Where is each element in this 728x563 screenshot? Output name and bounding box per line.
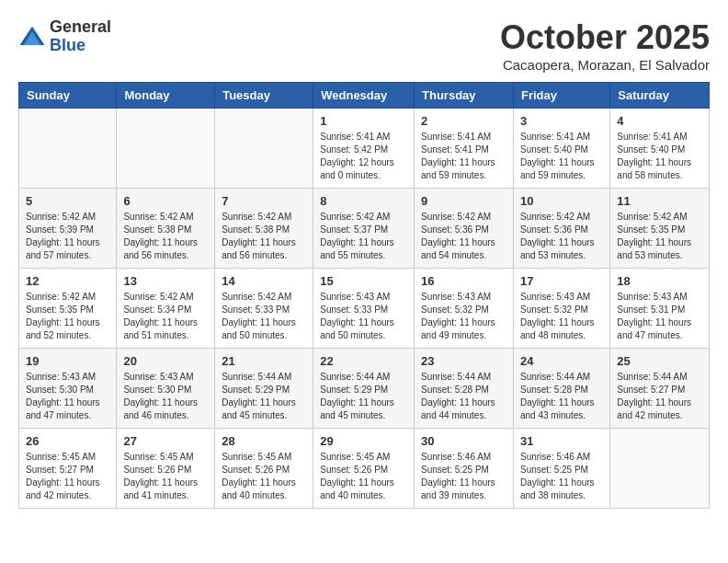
day-cell: 27Sunrise: 5:45 AM Sunset: 5:26 PM Dayli… bbox=[117, 429, 215, 509]
day-number: 3 bbox=[520, 114, 603, 128]
day-info: Sunrise: 5:45 AM Sunset: 5:26 PM Dayligh… bbox=[123, 451, 208, 502]
day-info: Sunrise: 5:42 AM Sunset: 5:39 PM Dayligh… bbox=[26, 211, 109, 262]
day-info: Sunrise: 5:43 AM Sunset: 5:32 PM Dayligh… bbox=[421, 291, 506, 342]
day-info: Sunrise: 5:42 AM Sunset: 5:33 PM Dayligh… bbox=[222, 291, 306, 342]
day-number: 14 bbox=[222, 274, 306, 288]
day-info: Sunrise: 5:42 AM Sunset: 5:36 PM Dayligh… bbox=[520, 211, 603, 262]
day-info: Sunrise: 5:41 AM Sunset: 5:41 PM Dayligh… bbox=[421, 131, 506, 182]
month-title: October 2025 bbox=[500, 18, 710, 57]
day-number: 17 bbox=[520, 274, 603, 288]
day-cell: 10Sunrise: 5:42 AM Sunset: 5:36 PM Dayli… bbox=[513, 189, 609, 269]
day-number: 27 bbox=[123, 434, 208, 448]
day-number: 19 bbox=[26, 354, 109, 368]
day-info: Sunrise: 5:41 AM Sunset: 5:42 PM Dayligh… bbox=[320, 131, 407, 182]
day-cell: 29Sunrise: 5:45 AM Sunset: 5:26 PM Dayli… bbox=[313, 429, 415, 509]
day-cell: 18Sunrise: 5:43 AM Sunset: 5:31 PM Dayli… bbox=[610, 269, 710, 349]
day-cell bbox=[19, 109, 117, 189]
weekday-header-sunday: Sunday bbox=[19, 83, 117, 109]
day-number: 11 bbox=[617, 194, 702, 208]
weekday-header-friday: Friday bbox=[513, 83, 609, 109]
weekday-header-monday: Monday bbox=[117, 83, 215, 109]
day-info: Sunrise: 5:43 AM Sunset: 5:30 PM Dayligh… bbox=[123, 371, 208, 422]
day-info: Sunrise: 5:45 AM Sunset: 5:26 PM Dayligh… bbox=[222, 451, 306, 502]
day-info: Sunrise: 5:42 AM Sunset: 5:37 PM Dayligh… bbox=[320, 211, 407, 262]
week-row-1: 1Sunrise: 5:41 AM Sunset: 5:42 PM Daylig… bbox=[19, 109, 710, 189]
logo-icon bbox=[18, 23, 46, 51]
day-cell: 21Sunrise: 5:44 AM Sunset: 5:29 PM Dayli… bbox=[215, 349, 313, 429]
day-number: 21 bbox=[222, 354, 306, 368]
day-info: Sunrise: 5:43 AM Sunset: 5:32 PM Dayligh… bbox=[520, 291, 603, 342]
day-cell: 20Sunrise: 5:43 AM Sunset: 5:30 PM Dayli… bbox=[117, 349, 215, 429]
day-number: 22 bbox=[320, 354, 407, 368]
day-cell: 19Sunrise: 5:43 AM Sunset: 5:30 PM Dayli… bbox=[19, 349, 117, 429]
week-row-4: 19Sunrise: 5:43 AM Sunset: 5:30 PM Dayli… bbox=[19, 349, 710, 429]
weekday-header-saturday: Saturday bbox=[610, 83, 710, 109]
day-info: Sunrise: 5:45 AM Sunset: 5:27 PM Dayligh… bbox=[26, 451, 109, 502]
day-number: 12 bbox=[26, 274, 109, 288]
day-info: Sunrise: 5:44 AM Sunset: 5:29 PM Dayligh… bbox=[320, 371, 407, 422]
day-info: Sunrise: 5:43 AM Sunset: 5:31 PM Dayligh… bbox=[617, 291, 702, 342]
day-number: 6 bbox=[123, 194, 208, 208]
weekday-header-row: SundayMondayTuesdayWednesdayThursdayFrid… bbox=[19, 83, 710, 109]
page-header: General Blue October 2025 Cacaopera, Mor… bbox=[18, 18, 710, 73]
day-cell: 31Sunrise: 5:46 AM Sunset: 5:25 PM Dayli… bbox=[513, 429, 609, 509]
day-number: 30 bbox=[421, 434, 506, 448]
day-info: Sunrise: 5:42 AM Sunset: 5:38 PM Dayligh… bbox=[123, 211, 208, 262]
weekday-header-tuesday: Tuesday bbox=[215, 83, 313, 109]
day-cell bbox=[117, 109, 215, 189]
day-cell: 1Sunrise: 5:41 AM Sunset: 5:42 PM Daylig… bbox=[313, 109, 415, 189]
logo-text: General Blue bbox=[50, 18, 111, 55]
day-cell: 17Sunrise: 5:43 AM Sunset: 5:32 PM Dayli… bbox=[513, 269, 609, 349]
day-cell: 22Sunrise: 5:44 AM Sunset: 5:29 PM Dayli… bbox=[313, 349, 415, 429]
day-cell: 15Sunrise: 5:43 AM Sunset: 5:33 PM Dayli… bbox=[313, 269, 415, 349]
day-info: Sunrise: 5:42 AM Sunset: 5:38 PM Dayligh… bbox=[222, 211, 306, 262]
day-number: 24 bbox=[520, 354, 603, 368]
day-number: 8 bbox=[320, 194, 407, 208]
logo: General Blue bbox=[18, 18, 111, 55]
day-cell: 5Sunrise: 5:42 AM Sunset: 5:39 PM Daylig… bbox=[19, 189, 117, 269]
day-info: Sunrise: 5:43 AM Sunset: 5:33 PM Dayligh… bbox=[320, 291, 407, 342]
logo-blue: Blue bbox=[50, 37, 111, 55]
day-cell: 24Sunrise: 5:44 AM Sunset: 5:28 PM Dayli… bbox=[513, 349, 609, 429]
weekday-header-wednesday: Wednesday bbox=[313, 83, 415, 109]
day-number: 31 bbox=[520, 434, 603, 448]
day-number: 29 bbox=[320, 434, 407, 448]
day-info: Sunrise: 5:42 AM Sunset: 5:35 PM Dayligh… bbox=[26, 291, 109, 342]
day-cell: 14Sunrise: 5:42 AM Sunset: 5:33 PM Dayli… bbox=[215, 269, 313, 349]
day-info: Sunrise: 5:42 AM Sunset: 5:35 PM Dayligh… bbox=[617, 211, 702, 262]
day-info: Sunrise: 5:45 AM Sunset: 5:26 PM Dayligh… bbox=[320, 451, 407, 502]
week-row-2: 5Sunrise: 5:42 AM Sunset: 5:39 PM Daylig… bbox=[19, 189, 710, 269]
day-cell: 3Sunrise: 5:41 AM Sunset: 5:40 PM Daylig… bbox=[513, 109, 609, 189]
day-info: Sunrise: 5:41 AM Sunset: 5:40 PM Dayligh… bbox=[617, 131, 702, 182]
day-cell: 28Sunrise: 5:45 AM Sunset: 5:26 PM Dayli… bbox=[215, 429, 313, 509]
day-info: Sunrise: 5:44 AM Sunset: 5:29 PM Dayligh… bbox=[222, 371, 306, 422]
day-info: Sunrise: 5:46 AM Sunset: 5:25 PM Dayligh… bbox=[421, 451, 506, 502]
day-number: 13 bbox=[123, 274, 208, 288]
day-info: Sunrise: 5:42 AM Sunset: 5:36 PM Dayligh… bbox=[421, 211, 506, 262]
day-cell: 7Sunrise: 5:42 AM Sunset: 5:38 PM Daylig… bbox=[215, 189, 313, 269]
day-cell: 25Sunrise: 5:44 AM Sunset: 5:27 PM Dayli… bbox=[610, 349, 710, 429]
day-number: 10 bbox=[520, 194, 603, 208]
day-cell: 23Sunrise: 5:44 AM Sunset: 5:28 PM Dayli… bbox=[415, 349, 514, 429]
day-cell: 4Sunrise: 5:41 AM Sunset: 5:40 PM Daylig… bbox=[610, 109, 710, 189]
day-info: Sunrise: 5:46 AM Sunset: 5:25 PM Dayligh… bbox=[520, 451, 603, 502]
day-cell: 9Sunrise: 5:42 AM Sunset: 5:36 PM Daylig… bbox=[415, 189, 514, 269]
day-info: Sunrise: 5:44 AM Sunset: 5:28 PM Dayligh… bbox=[520, 371, 603, 422]
day-number: 16 bbox=[421, 274, 506, 288]
day-cell: 30Sunrise: 5:46 AM Sunset: 5:25 PM Dayli… bbox=[415, 429, 514, 509]
location: Cacaopera, Morazan, El Salvador bbox=[500, 57, 710, 73]
day-number: 7 bbox=[222, 194, 306, 208]
day-cell bbox=[215, 109, 313, 189]
calendar: SundayMondayTuesdayWednesdayThursdayFrid… bbox=[18, 82, 710, 509]
title-block: October 2025 Cacaopera, Morazan, El Salv… bbox=[500, 18, 710, 73]
day-info: Sunrise: 5:44 AM Sunset: 5:27 PM Dayligh… bbox=[617, 371, 702, 422]
day-info: Sunrise: 5:44 AM Sunset: 5:28 PM Dayligh… bbox=[421, 371, 506, 422]
day-cell: 26Sunrise: 5:45 AM Sunset: 5:27 PM Dayli… bbox=[19, 429, 117, 509]
day-number: 9 bbox=[421, 194, 506, 208]
week-row-5: 26Sunrise: 5:45 AM Sunset: 5:27 PM Dayli… bbox=[19, 429, 710, 509]
day-cell: 16Sunrise: 5:43 AM Sunset: 5:32 PM Dayli… bbox=[415, 269, 514, 349]
weekday-header-thursday: Thursday bbox=[415, 83, 514, 109]
day-number: 23 bbox=[421, 354, 506, 368]
day-number: 25 bbox=[617, 354, 702, 368]
day-cell: 6Sunrise: 5:42 AM Sunset: 5:38 PM Daylig… bbox=[117, 189, 215, 269]
